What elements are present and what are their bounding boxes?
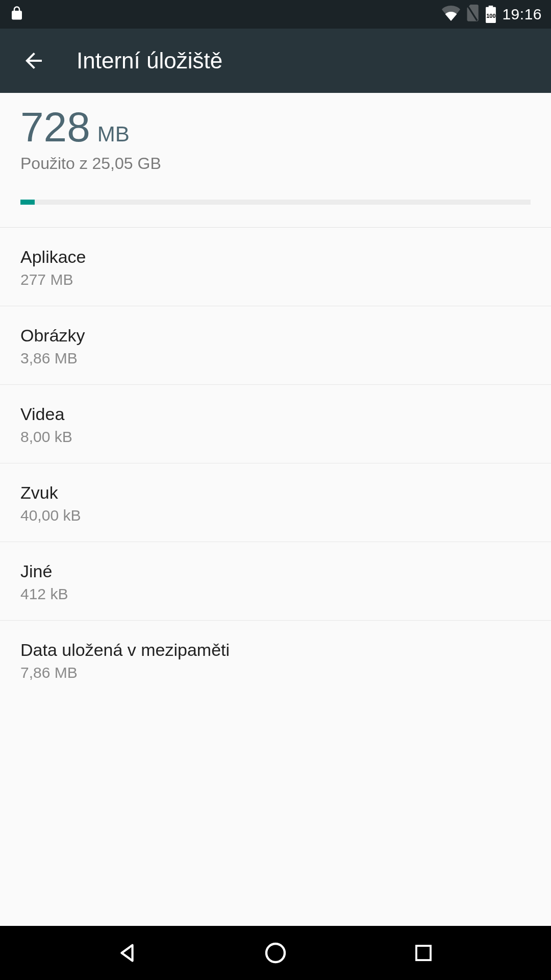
used-value: 728 xyxy=(20,106,90,148)
storage-progress xyxy=(20,200,531,205)
item-size: 8,00 kB xyxy=(20,428,531,446)
storage-item-apps[interactable]: Aplikace 277 MB xyxy=(0,228,551,306)
svg-rect-2 xyxy=(416,946,431,960)
nav-recents-button[interactable] xyxy=(403,933,444,973)
storage-item-cache[interactable]: Data uložená v mezipaměti 7,86 MB xyxy=(0,621,551,699)
arrow-back-icon xyxy=(21,48,46,73)
nav-home-button[interactable] xyxy=(255,933,296,973)
battery-icon: 100 xyxy=(485,6,497,23)
item-size: 277 MB xyxy=(20,271,531,288)
svg-point-1 xyxy=(266,944,285,962)
content: 728 MB Použito z 25,05 GB Aplikace 277 M… xyxy=(0,93,551,699)
storage-item-audio[interactable]: Zvuk 40,00 kB xyxy=(0,463,551,542)
item-size: 40,00 kB xyxy=(20,507,531,524)
used-unit: MB xyxy=(97,122,130,146)
storage-item-videos[interactable]: Videa 8,00 kB xyxy=(0,385,551,463)
storage-item-images[interactable]: Obrázky 3,86 MB xyxy=(0,306,551,385)
item-label: Jiné xyxy=(20,561,531,581)
item-label: Data uložená v mezipaměti xyxy=(20,640,531,660)
item-size: 3,86 MB xyxy=(20,350,531,367)
app-bar: Interní úložiště xyxy=(0,29,551,93)
item-size: 7,86 MB xyxy=(20,664,531,681)
lock-icon xyxy=(9,4,24,24)
storage-summary: 728 MB Použito z 25,05 GB xyxy=(0,93,551,228)
triangle-back-icon xyxy=(116,941,139,965)
status-bar: 100 19:16 xyxy=(0,0,551,29)
nav-back-button[interactable] xyxy=(107,933,148,973)
wifi-icon xyxy=(442,6,460,23)
item-label: Zvuk xyxy=(20,483,531,503)
back-button[interactable] xyxy=(15,42,52,79)
battery-level: 100 xyxy=(486,13,495,19)
item-label: Aplikace xyxy=(20,247,531,267)
sim-icon xyxy=(465,5,480,24)
item-size: 412 kB xyxy=(20,585,531,603)
storage-progress-fill xyxy=(20,200,35,205)
navigation-bar xyxy=(0,926,551,980)
circle-home-icon xyxy=(263,941,288,965)
square-recents-icon xyxy=(413,942,434,964)
storage-item-other[interactable]: Jiné 412 kB xyxy=(0,542,551,621)
page-title: Interní úložiště xyxy=(77,48,222,74)
item-label: Obrázky xyxy=(20,326,531,346)
item-label: Videa xyxy=(20,404,531,424)
total-text: Použito z 25,05 GB xyxy=(20,154,531,173)
status-time: 19:16 xyxy=(502,6,542,23)
